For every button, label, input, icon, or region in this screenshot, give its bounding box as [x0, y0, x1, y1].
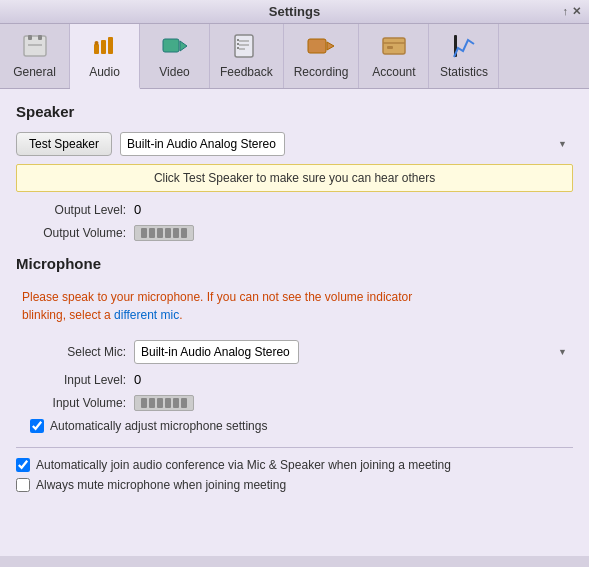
- mic-notice-link[interactable]: different mic: [114, 308, 179, 322]
- general-icon: [19, 30, 51, 62]
- tab-video-label: Video: [159, 65, 189, 79]
- auto-join-label: Automatically join audio conference via …: [36, 458, 451, 472]
- svg-rect-21: [387, 46, 393, 49]
- auto-join-row: Automatically join audio conference via …: [16, 458, 573, 472]
- mic-select-wrap: Built-in Audio Analog Stereo: [134, 340, 573, 364]
- title-controls: ↑ ✕: [563, 5, 582, 18]
- svg-rect-16: [237, 47, 239, 49]
- tab-video[interactable]: Video: [140, 24, 210, 88]
- settings-content: Speaker Test Speaker Built-in Audio Anal…: [0, 89, 589, 556]
- svg-rect-19: [383, 38, 405, 54]
- speaker-select[interactable]: Built-in Audio Analog Stereo: [120, 132, 285, 156]
- in-vol-seg-4: [165, 398, 171, 408]
- svg-marker-9: [180, 41, 187, 51]
- auto-adjust-label: Automatically adjust microphone settings: [50, 419, 267, 433]
- always-mute-checkbox[interactable]: [16, 478, 30, 492]
- auto-adjust-row: Automatically adjust microphone settings: [16, 419, 573, 433]
- tab-account[interactable]: Account: [359, 24, 429, 88]
- test-speaker-button[interactable]: Test Speaker: [16, 132, 112, 156]
- recording-icon: [305, 30, 337, 62]
- output-level-label: Output Level:: [16, 203, 126, 217]
- tab-recording[interactable]: Recording: [284, 24, 360, 88]
- vol-seg-2: [149, 228, 155, 238]
- always-mute-row: Always mute microphone when joining meet…: [16, 478, 573, 492]
- statistics-icon: [448, 30, 480, 62]
- svg-rect-1: [28, 35, 32, 40]
- svg-rect-10: [235, 35, 253, 57]
- mic-notice-text2: blinking, select a different mic.: [22, 308, 183, 322]
- tab-feedback[interactable]: Feedback: [210, 24, 284, 88]
- window-title: Settings: [269, 4, 320, 19]
- tab-audio[interactable]: Audio: [70, 24, 140, 89]
- close-button[interactable]: ✕: [572, 5, 581, 18]
- speaker-section-title: Speaker: [16, 103, 573, 120]
- auto-join-checkbox[interactable]: [16, 458, 30, 472]
- in-vol-seg-6: [181, 398, 187, 408]
- svg-rect-0: [24, 36, 46, 56]
- mic-section: Microphone Please speak to your micropho…: [16, 255, 573, 433]
- tab-general[interactable]: General: [0, 24, 70, 88]
- in-vol-seg-3: [157, 398, 163, 408]
- input-level-row: Input Level: 0: [16, 372, 573, 387]
- svg-rect-14: [237, 39, 239, 41]
- svg-rect-17: [308, 39, 326, 53]
- account-icon: [378, 30, 410, 62]
- svg-rect-5: [101, 40, 106, 54]
- svg-marker-18: [327, 42, 334, 50]
- mic-select[interactable]: Built-in Audio Analog Stereo: [134, 340, 299, 364]
- tab-recording-label: Recording: [294, 65, 349, 79]
- input-level-value: 0: [134, 372, 141, 387]
- tab-account-label: Account: [372, 65, 415, 79]
- svg-rect-6: [108, 37, 113, 54]
- svg-point-7: [94, 41, 98, 45]
- minimize-button[interactable]: ↑: [563, 5, 569, 18]
- speaker-info-box: Click Test Speaker to make sure you can …: [16, 164, 573, 192]
- svg-rect-4: [94, 44, 99, 54]
- mic-notice: Please speak to your microphone. If you …: [16, 284, 573, 328]
- tab-bar: General Audio Video: [0, 24, 589, 89]
- in-vol-seg-2: [149, 398, 155, 408]
- bottom-options: Automatically join audio conference via …: [16, 447, 573, 492]
- in-vol-seg-1: [141, 398, 147, 408]
- svg-rect-15: [237, 43, 239, 45]
- feedback-icon: [230, 30, 262, 62]
- input-volume-label: Input Volume:: [16, 396, 126, 410]
- output-volume-row: Output Volume:: [16, 225, 573, 241]
- svg-rect-2: [38, 35, 42, 40]
- select-mic-row: Select Mic: Built-in Audio Analog Stereo: [16, 340, 573, 364]
- tab-general-label: General: [13, 65, 56, 79]
- svg-rect-8: [163, 39, 179, 52]
- output-level-row: Output Level: 0: [16, 202, 573, 217]
- vol-seg-3: [157, 228, 163, 238]
- output-volume-label: Output Volume:: [16, 226, 126, 240]
- vol-seg-1: [141, 228, 147, 238]
- output-level-value: 0: [134, 202, 141, 217]
- input-volume-row: Input Volume:: [16, 395, 573, 411]
- title-bar: Settings ↑ ✕: [0, 0, 589, 24]
- output-volume-bar[interactable]: [134, 225, 194, 241]
- tab-audio-label: Audio: [89, 65, 120, 79]
- input-volume-bar[interactable]: [134, 395, 194, 411]
- vol-seg-6: [181, 228, 187, 238]
- tab-feedback-label: Feedback: [220, 65, 273, 79]
- speaker-select-wrap: Built-in Audio Analog Stereo: [120, 132, 573, 156]
- auto-adjust-checkbox[interactable]: [30, 419, 44, 433]
- video-icon: [159, 30, 191, 62]
- tab-statistics-label: Statistics: [440, 65, 488, 79]
- vol-seg-4: [165, 228, 171, 238]
- output-level-value-wrap: 0: [134, 202, 141, 217]
- mic-notice-text1: Please speak to your microphone. If you …: [22, 290, 412, 304]
- input-level-label: Input Level:: [16, 373, 126, 387]
- audio-icon: [89, 30, 121, 62]
- always-mute-label: Always mute microphone when joining meet…: [36, 478, 286, 492]
- speaker-controls-row: Test Speaker Built-in Audio Analog Stere…: [16, 132, 573, 156]
- select-mic-label: Select Mic:: [16, 345, 126, 359]
- mic-section-title: Microphone: [16, 255, 573, 272]
- vol-seg-5: [173, 228, 179, 238]
- tab-statistics[interactable]: Statistics: [429, 24, 499, 88]
- in-vol-seg-5: [173, 398, 179, 408]
